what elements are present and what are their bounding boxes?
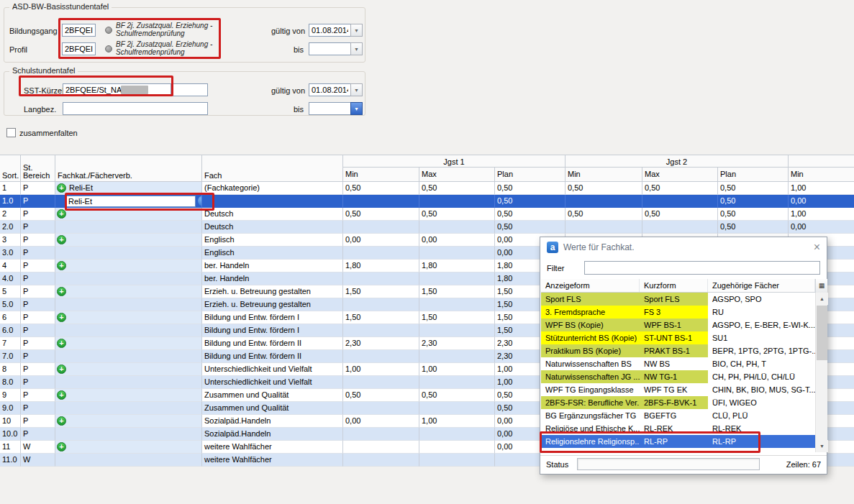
fachkat-edit-input[interactable] xyxy=(66,196,196,207)
gueltig-von-input[interactable] xyxy=(309,83,350,96)
value-cell: 0,50 xyxy=(718,221,789,234)
dropdown-icon[interactable]: ▼ xyxy=(350,24,363,37)
header-plan[interactable]: Plan xyxy=(718,168,788,181)
filter-label: Filter xyxy=(547,264,584,272)
add-fachkat-icon[interactable]: + xyxy=(57,261,66,270)
value-cell: 0,50 xyxy=(718,208,789,221)
value-cell xyxy=(642,195,718,208)
add-fachkat-icon[interactable]: + xyxy=(57,365,66,374)
column-chooser-icon[interactable]: ▦ xyxy=(815,279,827,293)
bis-combo: ▼ xyxy=(309,102,363,115)
value-cell: 0,50 xyxy=(495,195,565,208)
value-cell: 0,00 xyxy=(789,221,854,234)
row-fachkat-cell: + xyxy=(55,234,202,247)
value-cell: 0,00 xyxy=(789,195,854,208)
scroll-up-icon[interactable]: ▲ xyxy=(816,293,828,305)
value-cell: 0,50 xyxy=(495,208,565,221)
table-row[interactable]: 1.0Pi0,500,500,00 xyxy=(0,195,854,208)
filter-input[interactable] xyxy=(584,261,820,275)
zusammenfalten-checkbox[interactable] xyxy=(6,128,16,137)
row-sort-cell: 7.0 xyxy=(0,350,21,363)
row-fach-cell: Bildung und Entw. fördern II xyxy=(202,350,343,363)
value-cell: 0,50 xyxy=(718,182,789,195)
header-fachkat[interactable]: Fachkat./Fächerverb. xyxy=(55,155,202,181)
row-bereich-cell: P xyxy=(21,350,55,363)
header-min[interactable]: Min xyxy=(343,168,419,181)
header-anzeigeform[interactable]: Anzeigeform xyxy=(541,279,640,292)
value-cell: 0,50 xyxy=(343,208,419,221)
row-bereich-cell: P xyxy=(21,402,55,415)
row-fachkat-cell: + xyxy=(55,311,202,324)
zugehoerige-faecher-cell: BEPR, 1PTG, 2PTG, 1PTG-... xyxy=(708,344,815,357)
scrollbar-thumb[interactable] xyxy=(817,306,827,360)
header-sort[interactable]: Sort. xyxy=(0,155,21,181)
dropdown-icon[interactable]: ▼ xyxy=(350,42,363,55)
close-icon[interactable]: × xyxy=(814,242,820,253)
row-sort-cell: 4 xyxy=(0,260,21,272)
bis-input[interactable] xyxy=(309,102,350,115)
dialog-list-row[interactable]: Naturwissenschaften BSNW BSBIO, CH, PH, … xyxy=(541,357,815,370)
profil-input[interactable] xyxy=(62,42,96,55)
add-fachkat-icon[interactable]: + xyxy=(57,183,66,193)
add-fachkat-icon[interactable]: + xyxy=(57,287,66,296)
bildungsgang-input[interactable] xyxy=(62,24,96,37)
add-fachkat-icon[interactable]: + xyxy=(57,339,66,348)
dialog-list-row[interactable]: 2BFS-FSR: Berufliche Ver...2BFS-F-BVK-1Ü… xyxy=(541,396,815,409)
value-cell: 0,50 xyxy=(343,389,419,402)
scroll-down-icon[interactable]: ▼ xyxy=(816,440,828,452)
add-fachkat-icon[interactable]: + xyxy=(57,209,66,219)
dialog-titlebar[interactable]: a Werte für Fachkat. × xyxy=(540,237,827,257)
sst-suffix-input[interactable] xyxy=(173,83,208,96)
anzeigeform-cell: Religiöse und Ethische K... xyxy=(541,422,640,435)
dialog-list-row[interactable]: Religiöse und Ethische K...RL-REKRL-REK xyxy=(541,422,815,435)
dialog-list-row[interactable]: Praktikum BS (Kopie)PRAKT BS-1BEPR, 1PTG… xyxy=(541,344,815,357)
dialog-list-row[interactable]: Sport FLSSport FLSAGSPO, SPO xyxy=(541,293,815,306)
header-bereich[interactable]: St. Bereich xyxy=(21,155,55,181)
langbez-input[interactable] xyxy=(63,102,208,115)
add-fachkat-icon[interactable]: + xyxy=(57,235,66,244)
redacted-text xyxy=(121,86,148,94)
row-fach-cell: Englisch xyxy=(202,234,343,247)
header-max[interactable]: Max xyxy=(642,168,718,181)
dialog-list-row[interactable]: Stützunterricht BS (Kopie)ST-UNT BS-1SU1 xyxy=(541,331,815,344)
vertical-scrollbar[interactable]: ▲ ▼ xyxy=(815,293,827,452)
row-fachkat-cell xyxy=(55,247,202,260)
row-fach-cell: ber. Handeln xyxy=(202,260,343,272)
dropdown-icon[interactable]: ▼ xyxy=(350,102,363,115)
header-plan[interactable]: Plan xyxy=(495,168,565,181)
header-fach[interactable]: Fach xyxy=(202,155,343,181)
value-cell: 0,50 xyxy=(642,182,718,195)
table-row[interactable]: 1P+Reli-Et(Fachkategorie)0,500,500,500,5… xyxy=(0,182,854,195)
sst-kuerzel-input[interactable] xyxy=(63,83,171,96)
header-min[interactable]: Min xyxy=(789,168,853,181)
value-cell: 1,00 xyxy=(343,363,419,376)
row-bereich-cell: P xyxy=(21,324,55,337)
dialog-statusbar: Status Zeilen: 67 xyxy=(540,455,827,472)
anzeigeform-cell: WPF TG Eingangsklasse xyxy=(541,383,640,396)
dialog-list-row[interactable]: WPF TG EingangsklasseWPF TG EKCHIN, BK, … xyxy=(541,383,815,396)
header-max[interactable]: Max xyxy=(419,168,495,181)
header-kurzform[interactable]: Kurzform xyxy=(640,279,708,292)
dialog-list-row[interactable]: BG Ergänzungsfächer TGBGEFTGCLÜ, PLÜ xyxy=(541,409,815,422)
table-row[interactable]: 2P+Deutsch0,500,500,500,500,500,501,00 xyxy=(0,208,854,221)
dialog-list-row[interactable]: 3. FremdspracheFS 3RU xyxy=(541,306,815,319)
bis-input[interactable] xyxy=(309,42,350,55)
gueltig-von-input[interactable] xyxy=(309,24,350,37)
header-min[interactable]: Min xyxy=(565,168,642,181)
add-fachkat-icon[interactable]: + xyxy=(57,442,66,452)
header-zugehoerige-faecher[interactable]: Zugehörige Fächer xyxy=(708,279,815,292)
zugehoerige-faecher-cell: CH, PH, PH/LÜ, CH/LÜ xyxy=(708,370,815,383)
dialog-list-row[interactable]: WPF BS (Kopie)WPF BS-1AGSPO, E, E-BER, E… xyxy=(541,319,815,331)
row-fachkat-cell xyxy=(55,454,202,467)
dialog-list-row[interactable]: Religionslehre Religionsp...RL-RPRL-RP xyxy=(541,435,815,448)
add-fachkat-icon[interactable]: + xyxy=(57,313,66,322)
table-row[interactable]: 2.0PDeutsch0,500,500,00 xyxy=(0,221,854,234)
dialog-list-row[interactable]: Naturwissenschaften JG ...NW TG-1CH, PH,… xyxy=(541,370,815,383)
value-cell: 0,50 xyxy=(565,208,642,221)
row-fach-cell: Unterschiedlichkeit und Vielfalt xyxy=(202,363,343,376)
add-fachkat-icon[interactable]: + xyxy=(57,416,66,426)
dropdown-icon[interactable]: ▼ xyxy=(350,83,363,96)
row-fach-cell: Bildung und Entw. fördern I xyxy=(202,311,343,324)
add-fachkat-icon[interactable]: + xyxy=(57,390,66,400)
row-bereich-cell: P xyxy=(21,234,55,247)
